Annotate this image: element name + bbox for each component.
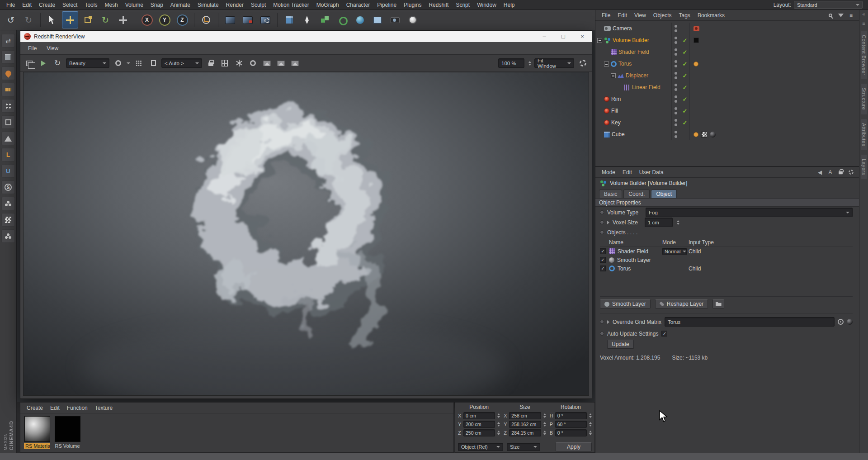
menu-render[interactable]: Render bbox=[222, 2, 247, 8]
workplane-mode-button[interactable] bbox=[1, 83, 15, 96]
camera-button[interactable] bbox=[387, 11, 403, 28]
coord-mode-select[interactable]: Object (Rel) bbox=[458, 443, 503, 451]
snap-button[interactable]: U bbox=[1, 164, 15, 178]
menu-texture[interactable]: Texture bbox=[91, 405, 116, 411]
live-selection-tool[interactable] bbox=[44, 11, 61, 28]
visibility-toggles[interactable] bbox=[671, 34, 680, 46]
collapse-icon[interactable] bbox=[604, 62, 609, 66]
points-mode-button[interactable] bbox=[1, 99, 15, 113]
display-color-swatch[interactable] bbox=[693, 38, 699, 43]
update-button[interactable]: Update bbox=[607, 340, 634, 349]
texture-mode-button[interactable] bbox=[1, 66, 15, 80]
menu-file[interactable]: File bbox=[598, 12, 614, 19]
visibility-toggles[interactable] bbox=[671, 117, 680, 128]
visibility-toggles[interactable] bbox=[671, 128, 680, 140]
visibility-toggles[interactable] bbox=[671, 23, 680, 34]
render-to-picture-viewer-button[interactable] bbox=[240, 11, 256, 28]
history-back-icon[interactable]: ◀ bbox=[816, 169, 823, 175]
enable-toggle[interactable]: ✓ bbox=[680, 84, 689, 91]
texture-tag-icon[interactable] bbox=[701, 132, 707, 138]
menu-user-data[interactable]: User Data bbox=[636, 169, 667, 175]
collapse-icon[interactable] bbox=[611, 73, 616, 78]
tree-item-volume-builder[interactable]: Volume Builder ✓ bbox=[595, 34, 859, 46]
zoom-stepper[interactable] bbox=[528, 61, 531, 66]
volume-type-select[interactable]: Fog bbox=[646, 208, 853, 217]
subdivision-surface-button[interactable] bbox=[352, 11, 368, 28]
anim-dot-icon[interactable] bbox=[600, 230, 604, 234]
load-image-button[interactable] bbox=[289, 58, 300, 69]
generator-button[interactable] bbox=[316, 11, 333, 28]
menu-edit[interactable]: Edit bbox=[19, 2, 35, 8]
tag-area[interactable] bbox=[689, 81, 859, 93]
texture-view-button[interactable] bbox=[1, 213, 15, 227]
enable-toggle[interactable]: ✓ bbox=[680, 119, 689, 126]
menu-select[interactable]: Select bbox=[59, 2, 81, 8]
display-mode-button[interactable] bbox=[113, 58, 123, 69]
table-row-shader-field[interactable]: ✓ Shader Field Normal Child bbox=[600, 247, 853, 256]
render-settings-button[interactable] bbox=[257, 11, 274, 28]
menu-motion-tracker[interactable]: Motion Tracker bbox=[269, 2, 312, 8]
tree-item-shader-field[interactable]: Shader Field ✓ bbox=[595, 46, 859, 58]
dock-tab-structure[interactable]: Structure bbox=[861, 84, 867, 114]
enable-toggle[interactable]: ✓ bbox=[680, 96, 689, 103]
menu-volume[interactable]: Volume bbox=[122, 2, 147, 8]
tag-area[interactable] bbox=[689, 105, 859, 117]
redshift-camera-tag-icon[interactable] bbox=[693, 26, 699, 31]
tab-object[interactable]: Object bbox=[651, 190, 677, 198]
enable-toggle[interactable]: ✓ bbox=[680, 37, 689, 44]
menu-bookmarks[interactable]: Bookmarks bbox=[694, 12, 728, 19]
tree-item-fill[interactable]: Fill ✓ bbox=[595, 105, 859, 117]
restart-render-button[interactable]: ↻ bbox=[52, 58, 63, 69]
menu-animate[interactable]: Animate bbox=[167, 2, 194, 8]
panel-menu-icon[interactable]: ≡ bbox=[848, 12, 854, 19]
menu-edit[interactable]: Edit bbox=[614, 12, 631, 19]
menu-function[interactable]: Function bbox=[63, 405, 91, 411]
paint-button[interactable] bbox=[1, 197, 15, 210]
fit-mode-select[interactable]: Fit Window bbox=[534, 58, 574, 68]
snapshot-freeze-button[interactable] bbox=[233, 58, 244, 69]
menu-tags[interactable]: Tags bbox=[675, 12, 694, 19]
stepper[interactable] bbox=[589, 431, 592, 435]
minimize-button[interactable]: – bbox=[535, 31, 554, 42]
visibility-toggles[interactable] bbox=[671, 46, 680, 58]
size-y-field[interactable]: 258.162 cm bbox=[509, 421, 541, 428]
menu-edit[interactable]: Edit bbox=[47, 405, 63, 411]
size-mode-select[interactable]: Size bbox=[507, 443, 540, 451]
stepper[interactable] bbox=[497, 422, 500, 427]
scale-tool[interactable] bbox=[80, 11, 96, 28]
stepper[interactable] bbox=[497, 431, 500, 435]
settings-button[interactable] bbox=[577, 58, 588, 69]
tab-coord[interactable]: Coord. bbox=[623, 190, 650, 198]
menu-objects[interactable]: Objects bbox=[650, 12, 675, 19]
render-canvas[interactable] bbox=[23, 72, 589, 396]
font-size-icon[interactable]: A bbox=[827, 169, 834, 175]
menu-tools[interactable]: Tools bbox=[81, 2, 101, 8]
mograph-button[interactable] bbox=[334, 11, 350, 28]
dock-collapse-icon[interactable]: « bbox=[862, 12, 865, 17]
size-x-field[interactable]: 258 cm bbox=[509, 412, 541, 419]
compare-image-button[interactable] bbox=[275, 58, 286, 69]
phong-tag-icon[interactable] bbox=[693, 62, 698, 66]
enabled-checkbox[interactable]: ✓ bbox=[600, 257, 606, 263]
expand-icon[interactable] bbox=[607, 221, 609, 224]
tag-area[interactable] bbox=[689, 93, 859, 105]
tag-area[interactable] bbox=[689, 58, 859, 70]
anim-dot-icon[interactable] bbox=[600, 210, 604, 214]
mode-select[interactable]: Normal bbox=[662, 248, 687, 255]
zoom-field[interactable]: 100 % bbox=[498, 58, 524, 68]
menu-snap[interactable]: Snap bbox=[147, 2, 167, 8]
menu-redshift[interactable]: Redshift bbox=[425, 2, 452, 8]
dock-menu-icon[interactable]: ≡ bbox=[862, 21, 865, 26]
pen-spline-button[interactable] bbox=[299, 11, 315, 28]
enable-toggle[interactable]: ✓ bbox=[680, 108, 689, 114]
tab-basic[interactable]: Basic bbox=[599, 190, 622, 198]
layout-select[interactable]: Standard bbox=[794, 1, 863, 9]
apply-button[interactable]: Apply bbox=[556, 442, 592, 451]
menu-mode[interactable]: Mode bbox=[598, 169, 619, 175]
enable-toggle[interactable]: ✓ bbox=[680, 72, 689, 79]
rotate-tool[interactable]: ↻ bbox=[97, 11, 113, 28]
section-object-properties[interactable]: Object Properties bbox=[595, 199, 859, 207]
stepper[interactable] bbox=[543, 422, 546, 427]
smooth-layer-button[interactable]: Smooth Layer bbox=[600, 299, 651, 308]
table-row-smooth-layer[interactable]: ✓ Smooth Layer bbox=[600, 256, 853, 264]
